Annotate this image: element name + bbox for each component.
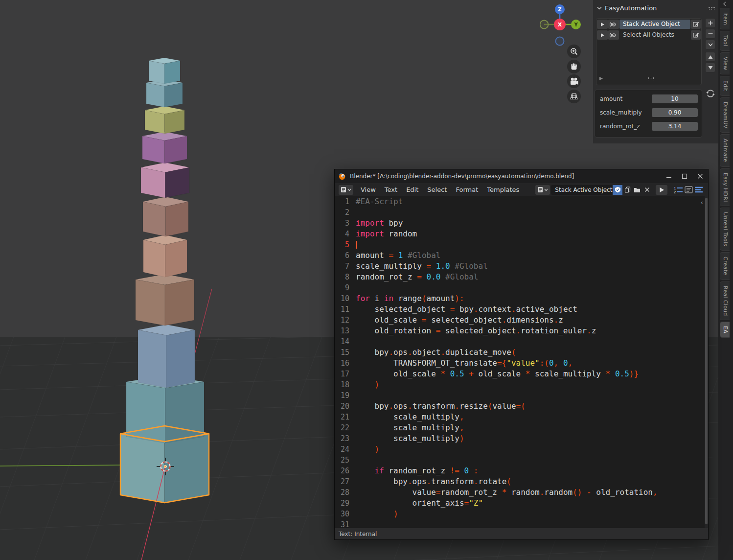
code-line[interactable]: 3import bpy: [335, 218, 705, 229]
new-text-button[interactable]: [622, 185, 632, 195]
tab-animate[interactable]: Animate: [720, 134, 730, 166]
cube[interactable]: [136, 274, 194, 326]
refresh-params-button[interactable]: [705, 88, 715, 98]
code-line[interactable]: 20 bpy.ops.transform.resize(value=(: [335, 401, 705, 412]
syntax-highlight-toggle[interactable]: [694, 186, 703, 193]
code-line[interactable]: 8random_rot_z = 0.0 #Global: [335, 272, 705, 282]
window-titlebar[interactable]: Blender* [A:\coding\blender-addon-dev\pr…: [335, 169, 708, 184]
code-line[interactable]: 27 bpy.ops.transform.rotate(: [335, 476, 705, 487]
tab-item[interactable]: Item: [720, 8, 730, 29]
code-line[interactable]: 29 orient_axis="Z": [335, 498, 705, 509]
panel-drag-handle[interactable]: [708, 6, 715, 10]
code-line[interactable]: 21 scale_multiply,: [335, 412, 705, 422]
code-line[interactable]: 13 old_rotation = selected_object.rotati…: [335, 326, 705, 336]
datablock-browse-button[interactable]: [535, 185, 550, 195]
tab-view[interactable]: View: [720, 52, 730, 74]
remove-script-button[interactable]: [705, 29, 715, 39]
code-line[interactable]: 7scale_multiply = 1.0 #Global: [335, 261, 705, 272]
move-down-button[interactable]: [705, 63, 715, 72]
scrollbar-thumb[interactable]: [705, 198, 708, 524]
axis-y-neg-ball[interactable]: [540, 21, 549, 29]
code-line[interactable]: 9: [335, 282, 705, 293]
code-line[interactable]: 22 scale_multiply,: [335, 422, 705, 433]
word-wrap-toggle[interactable]: [685, 186, 693, 193]
camera-view-button[interactable]: [567, 74, 581, 88]
cube[interactable]: [145, 106, 184, 134]
fake-user-toggle[interactable]: [613, 185, 622, 195]
code-line[interactable]: 19: [335, 390, 705, 401]
code-line[interactable]: 5: [335, 239, 705, 250]
maximize-button[interactable]: [677, 169, 692, 183]
code-line[interactable]: 28 value=random_rot_z * random.random() …: [335, 487, 705, 498]
menu-select[interactable]: Select: [423, 186, 451, 193]
close-button[interactable]: [692, 169, 708, 183]
line-numbers-toggle[interactable]: 1 2: [673, 186, 683, 193]
code-line[interactable]: 18 ): [335, 379, 705, 390]
axis-z-neg-ball[interactable]: [556, 37, 564, 46]
code-line[interactable]: 17 old_scale * 0.5 + old_scale * scale_m…: [335, 369, 705, 379]
tab-unreal-tools[interactable]: Unreal Tools: [720, 208, 730, 251]
ortho-grid-button[interactable]: [567, 90, 581, 103]
zoom-tool-button[interactable]: [567, 45, 581, 58]
tab-ea[interactable]: EA: [720, 322, 730, 338]
code-line[interactable]: 6amount = 1 #Global: [335, 250, 705, 261]
cube[interactable]: [141, 163, 189, 198]
cube[interactable]: [138, 325, 195, 388]
collapse-region-icon[interactable]: [722, 1, 727, 6]
open-text-button[interactable]: [632, 185, 642, 195]
panel-header[interactable]: EasyAutomation: [595, 2, 716, 14]
move-up-button[interactable]: [705, 52, 715, 62]
code-line[interactable]: 14: [335, 336, 705, 347]
menu-view[interactable]: View: [356, 186, 380, 193]
code-line[interactable]: 23 scale_multiply): [335, 433, 705, 444]
run-script-button[interactable]: [597, 30, 608, 40]
cube[interactable]: [149, 58, 180, 84]
pan-tool-button[interactable]: [567, 60, 581, 73]
editor-sidebar-toggle-icon[interactable]: ‹: [701, 199, 703, 206]
tab-create[interactable]: Create: [720, 252, 730, 280]
run-script-button[interactable]: [656, 185, 667, 195]
edit-script-button[interactable]: [691, 20, 701, 29]
tab-easy-hdri[interactable]: Easy HDRI: [720, 168, 730, 207]
unlink-text-button[interactable]: [642, 185, 652, 195]
code-line[interactable]: 4import random: [335, 229, 705, 239]
cube[interactable]: [143, 235, 187, 277]
minimize-button[interactable]: [661, 169, 677, 183]
editor-type-button[interactable]: [339, 185, 353, 195]
code-line[interactable]: 1#EA-Script: [335, 196, 705, 207]
code-line[interactable]: 12 old_scale = selected_object.dimension…: [335, 315, 705, 326]
code-editor[interactable]: 1#EA-Script23import bpy4import random56a…: [335, 196, 705, 528]
menu-edit[interactable]: Edit: [402, 186, 423, 193]
datablock-name-field[interactable]: Stack Active Object: [551, 185, 613, 195]
code-line[interactable]: 26 if random_rot_z != 0 :: [335, 466, 705, 476]
menu-templates[interactable]: Templates: [482, 186, 524, 193]
list-menu-button[interactable]: [705, 40, 715, 49]
cube[interactable]: [142, 132, 187, 163]
list-resize-handle[interactable]: [647, 77, 655, 80]
script-row[interactable]: Select All Objects: [596, 30, 701, 40]
editor-scrollbar[interactable]: [705, 196, 708, 528]
script-row[interactable]: Stack Active Object: [596, 19, 701, 29]
code-line[interactable]: 16 TRANSFORM_OT_translate={"value":(0, 0…: [335, 358, 705, 369]
code-line[interactable]: 24 ): [335, 444, 705, 455]
cube[interactable]: [143, 197, 188, 236]
code-line[interactable]: 15 bpy.ops.object.duplicate_move(: [335, 347, 705, 358]
add-script-button[interactable]: [705, 18, 715, 28]
code-line[interactable]: 10for i in range(amount):: [335, 293, 705, 304]
param-value-field[interactable]: 3.14: [652, 122, 698, 131]
param-value-field[interactable]: 0.90: [652, 108, 698, 117]
tab-tool[interactable]: Tool: [720, 31, 730, 51]
code-line[interactable]: 31: [335, 519, 705, 528]
edit-script-button[interactable]: [691, 30, 701, 40]
menu-text[interactable]: Text: [380, 186, 402, 193]
menu-format[interactable]: Format: [451, 186, 482, 193]
run-script-button[interactable]: [597, 20, 608, 29]
code-line[interactable]: 11 selected_object = bpy.context.active_…: [335, 304, 705, 315]
tab-real-cloud[interactable]: Real Cloud: [720, 281, 730, 321]
nav-gizmo[interactable]: Z Y X: [540, 4, 584, 49]
code-line[interactable]: 30 ): [335, 509, 705, 519]
code-line[interactable]: 2: [335, 207, 705, 218]
tab-dreamuv[interactable]: DreamUV: [720, 97, 730, 133]
text-editor-window[interactable]: Blender* [A:\coding\blender-addon-dev\pr…: [334, 169, 709, 540]
expander-icon[interactable]: [599, 76, 603, 81]
